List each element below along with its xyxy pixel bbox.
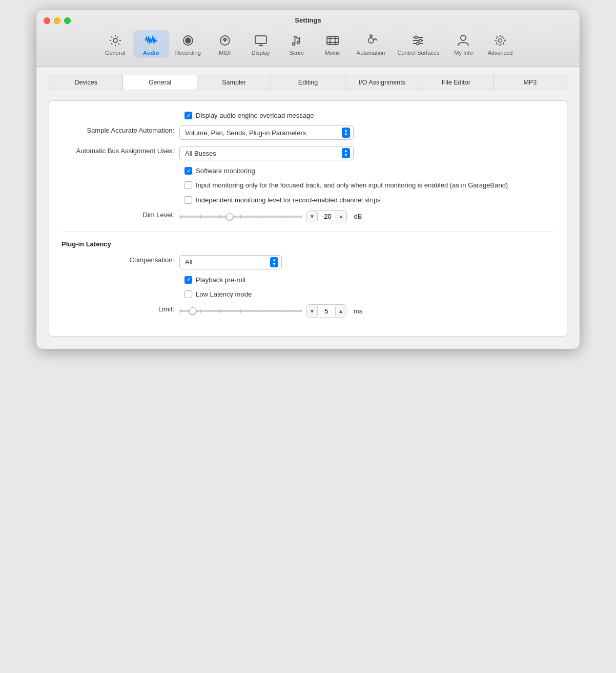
compensation-value: All	[185, 258, 192, 266]
software-monitoring-wrapper: Software monitoring	[184, 166, 255, 176]
sample-accurate-control: Volume, Pan, Sends, Plug-in Parameters ▲…	[179, 125, 555, 140]
svg-point-16	[370, 35, 372, 37]
toolbar-item-movie[interactable]: Movie	[315, 30, 351, 58]
sample-accurate-select[interactable]: Volume, Pan, Sends, Plug-in Parameters ▲…	[179, 125, 354, 140]
stepper-down-button[interactable]: ▼	[307, 211, 317, 223]
limit-slider-container: ▼ 5 ▲ ms	[179, 304, 362, 318]
maximize-button[interactable]	[64, 17, 71, 24]
close-button[interactable]	[44, 17, 50, 24]
dim-level-stepper: ▼ -20 ▲	[306, 210, 347, 223]
waveform-icon	[143, 32, 159, 49]
overload-message-label: Display audio engine overload message	[196, 111, 314, 120]
playback-preroll-wrapper: Playback pre-roll	[184, 276, 245, 285]
score-icon	[289, 32, 305, 49]
tab-devices[interactable]: Devices	[49, 75, 123, 90]
toolbar-item-audio[interactable]: Audio	[133, 30, 169, 58]
limit-label: Limit:	[61, 304, 179, 313]
stepper-up-button[interactable]: ▲	[336, 211, 346, 223]
content-area: Devices General Sampler Editing I/O Assi…	[36, 67, 580, 349]
input-monitoring-checkbox[interactable]	[184, 181, 192, 189]
playback-preroll-checkbox[interactable]	[184, 276, 192, 284]
svg-point-21	[415, 36, 418, 39]
tab-mp3[interactable]: MP3	[494, 75, 567, 90]
software-monitoring-checkbox[interactable]	[184, 167, 192, 175]
software-monitoring-label: Software monitoring	[196, 166, 255, 176]
slider-tick	[281, 215, 281, 219]
tab-bar: Devices General Sampler Editing I/O Assi…	[49, 75, 567, 90]
sliders-icon	[410, 32, 426, 49]
tab-file-editor[interactable]: File Editor	[419, 75, 493, 90]
svg-point-23	[417, 43, 419, 45]
compensation-select[interactable]: All ▲ ▼	[179, 255, 282, 269]
dim-level-value: -20	[317, 212, 336, 221]
svg-rect-5	[255, 36, 266, 44]
limit-stepper: ▼ 5 ▲	[306, 304, 346, 318]
tab-general[interactable]: General	[123, 75, 197, 90]
slider-tick	[180, 215, 181, 219]
automation-icon	[363, 32, 379, 49]
gear-icon	[107, 32, 124, 49]
toolbar-item-my-info[interactable]: My Info	[445, 30, 481, 58]
bus-assignment-arrows[interactable]: ▲ ▼	[342, 148, 350, 158]
dim-level-control: ▼ -20 ▲ dB	[179, 210, 555, 223]
section-divider	[61, 232, 555, 232]
toolbar-label-display: Display	[252, 50, 270, 56]
limit-slider-thumb[interactable]	[189, 307, 196, 314]
minimize-button[interactable]	[54, 17, 60, 24]
toolbar-label-audio: Audio	[143, 50, 159, 56]
movie-icon	[324, 32, 341, 49]
bus-assignment-value: All Busses	[185, 150, 216, 157]
low-latency-checkbox[interactable]	[184, 290, 192, 298]
svg-point-15	[368, 38, 374, 43]
toolbar-item-general[interactable]: General	[97, 30, 133, 58]
dim-level-slider-track[interactable]	[179, 216, 302, 218]
slider-tick	[281, 309, 281, 313]
tab-sampler[interactable]: Sampler	[197, 75, 271, 90]
slider-tick	[261, 215, 261, 219]
overload-message-checkbox[interactable]	[184, 112, 192, 119]
sample-accurate-arrows[interactable]: ▲ ▼	[342, 128, 350, 138]
toolbar-item-advanced[interactable]: Advanced	[481, 30, 519, 58]
toolbar-item-automation[interactable]: Automation	[351, 30, 392, 58]
svg-point-24	[461, 35, 466, 40]
input-monitoring-label: Input monitoring only for the focused tr…	[196, 181, 508, 190]
tab-editing[interactable]: Editing	[271, 75, 345, 90]
toolbar-item-recording[interactable]: Recording	[169, 30, 207, 58]
compensation-row: Compensation: All ▲ ▼	[61, 255, 555, 269]
sample-accurate-row: Sample Accurate Automation: Volume, Pan,…	[61, 125, 555, 140]
arrow-down-icon: ▼	[272, 262, 276, 266]
plugin-latency-title: Plug-in Latency	[61, 240, 555, 248]
slider-tick	[240, 215, 241, 219]
low-latency-label: Low Latency mode	[196, 290, 252, 299]
toolbar-item-midi[interactable]: MIDI	[207, 30, 243, 58]
limit-row: Limit:	[61, 304, 555, 318]
toolbar-label-automation: Automation	[357, 50, 385, 56]
playback-preroll-row: Playback pre-roll	[61, 276, 555, 285]
compensation-label: Compensation:	[61, 255, 179, 264]
input-monitoring-row: Input monitoring only for the focused tr…	[61, 181, 555, 190]
toolbar-label-my-info: My Info	[454, 50, 473, 56]
dim-level-unit: dB	[354, 213, 362, 220]
limit-stepper-down-button[interactable]: ▼	[307, 305, 317, 317]
dim-level-label: Dim Level:	[61, 210, 179, 219]
advanced-gear-icon	[492, 32, 508, 49]
toolbar: General Audio Recording	[97, 28, 519, 62]
toolbar-item-control-surfaces[interactable]: Control Surfaces	[391, 30, 445, 58]
arrow-down-icon: ▼	[344, 133, 348, 137]
svg-point-2	[186, 38, 191, 43]
independent-monitoring-checkbox[interactable]	[184, 196, 192, 204]
slider-tick	[220, 215, 221, 219]
bus-assignment-select[interactable]: All Busses ▲ ▼	[179, 146, 354, 160]
toolbar-item-display[interactable]: Display	[243, 30, 279, 58]
toolbar-label-recording: Recording	[175, 50, 201, 56]
compensation-control: All ▲ ▼	[179, 255, 555, 269]
limit-stepper-up-button[interactable]: ▲	[336, 305, 346, 317]
svg-point-0	[113, 38, 117, 43]
slider-tick	[301, 309, 301, 313]
settings-panel: Display audio engine overload message Sa…	[49, 100, 567, 336]
dim-level-slider-thumb[interactable]	[226, 213, 233, 220]
toolbar-item-score[interactable]: Score	[279, 30, 315, 58]
tab-io-assignments[interactable]: I/O Assignments	[345, 75, 419, 90]
limit-slider-track[interactable]	[179, 310, 302, 312]
compensation-arrows[interactable]: ▲ ▼	[270, 257, 278, 267]
